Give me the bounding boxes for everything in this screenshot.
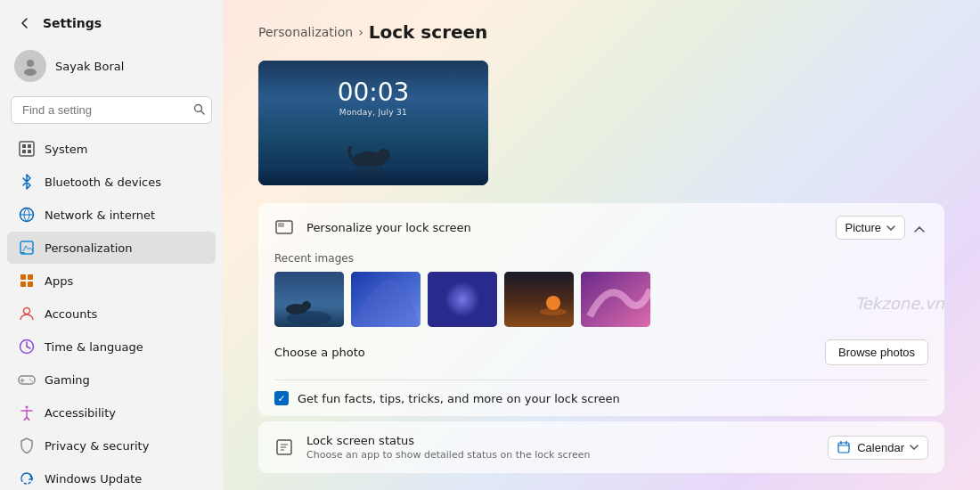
svg-point-24 (29, 379, 31, 380)
svg-rect-5 (22, 144, 26, 148)
sidebar-item-label-apps: Apps (45, 274, 73, 288)
sidebar: Settings Sayak Boral (0, 0, 223, 490)
sidebar-item-label-network: Network & internet (45, 208, 155, 222)
sidebar-item-label-privacy: Privacy & security (45, 439, 149, 453)
personalize-card: Personalize your lock screen Picture Rec… (258, 203, 944, 416)
nav-list: System Bluetooth & devices Network & int… (0, 131, 223, 490)
time-icon (18, 338, 36, 355)
sidebar-item-accounts[interactable]: Accounts (7, 298, 216, 330)
gaming-icon (18, 371, 36, 388)
lock-screen-status-row: Lock screen status Choose an app to show… (258, 421, 944, 473)
lock-screen-status-control: Calendar (828, 436, 928, 460)
svg-rect-35 (278, 223, 284, 227)
sidebar-header: Settings (0, 0, 223, 43)
thumbnail-1[interactable] (274, 272, 344, 327)
sidebar-item-label-accessibility: Accessibility (45, 406, 116, 420)
sidebar-item-network[interactable]: Network & internet (7, 199, 216, 231)
personalization-icon (18, 239, 36, 257)
svg-point-42 (445, 282, 480, 317)
recent-images-row (274, 272, 928, 327)
network-icon (18, 206, 36, 224)
sidebar-item-label-update: Windows Update (45, 472, 142, 486)
calendar-dropdown[interactable]: Calendar (828, 436, 928, 460)
breadcrumb: Personalization › Lock screen (258, 21, 944, 43)
sidebar-item-bluetooth[interactable]: Bluetooth & devices (7, 166, 216, 198)
sidebar-item-accessibility[interactable]: Accessibility (7, 396, 216, 429)
fun-facts-checkbox[interactable]: ✓ (274, 391, 289, 405)
breadcrumb-separator: › (358, 25, 363, 39)
svg-line-3 (201, 110, 205, 114)
svg-point-1 (24, 69, 37, 76)
bluetooth-icon (18, 173, 36, 191)
lockscreen-preview: 00:03 Monday, July 31 (258, 61, 488, 185)
svg-line-20 (27, 347, 30, 348)
personalize-row: Personalize your lock screen Picture (258, 203, 944, 252)
choose-photo-row: Choose a photo Browse photos (274, 339, 928, 365)
svg-rect-51 (838, 443, 849, 453)
breadcrumb-parent[interactable]: Personalization (258, 25, 353, 39)
svg-point-44 (546, 296, 560, 310)
sidebar-item-label-bluetooth: Bluetooth & devices (45, 176, 161, 189)
main-content: Personalization › Lock screen (223, 0, 980, 490)
svg-point-39 (302, 301, 311, 310)
svg-rect-46 (581, 272, 650, 327)
personalize-expanded: Recent images (258, 252, 944, 380)
sidebar-item-label-accounts: Accounts (45, 307, 97, 321)
sidebar-item-label-system: System (45, 143, 87, 156)
svg-point-25 (31, 380, 33, 382)
lock-screen-status-text: Lock screen status Choose an app to show… (306, 434, 815, 461)
svg-point-0 (27, 60, 34, 67)
sidebar-item-label-gaming: Gaming (45, 373, 90, 387)
sidebar-item-personalization[interactable]: Personalization (7, 232, 216, 264)
svg-rect-43 (504, 272, 574, 327)
lock-screen-status-label: Lock screen status (306, 434, 815, 447)
checkbox-label: Get fun facts, tips, tricks, and more on… (298, 392, 620, 405)
system-icon (18, 140, 36, 158)
sidebar-item-privacy[interactable]: Privacy & security (7, 429, 216, 461)
svg-rect-6 (28, 144, 31, 148)
personalize-control: Picture (836, 216, 928, 240)
sidebar-item-gaming[interactable]: Gaming (7, 363, 216, 396)
thumbnail-4[interactable] (504, 272, 574, 327)
thumbnail-5[interactable] (581, 272, 650, 327)
thumbnail-3[interactable] (428, 272, 497, 327)
svg-point-28 (378, 149, 390, 161)
avatar (14, 50, 46, 82)
sidebar-item-time[interactable]: Time & language (7, 331, 216, 363)
username: Sayak Boral (55, 60, 124, 73)
user-profile: Sayak Boral (0, 43, 223, 93)
apps-icon (18, 272, 36, 290)
back-button[interactable] (14, 12, 36, 34)
sidebar-item-update[interactable]: Windows Update (7, 462, 216, 490)
sidebar-item-system[interactable]: System (7, 133, 216, 165)
search-box (11, 96, 212, 124)
svg-rect-7 (22, 150, 26, 153)
recent-images-label: Recent images (274, 252, 928, 265)
thumbnail-2[interactable] (351, 272, 421, 327)
lockscreen-date: Monday, July 31 (338, 108, 410, 117)
svg-rect-14 (28, 274, 33, 280)
privacy-icon (18, 437, 36, 454)
svg-rect-4 (20, 142, 34, 156)
breadcrumb-current: Lock screen (369, 21, 488, 43)
checkbox-checkmark: ✓ (277, 393, 285, 404)
sidebar-item-label-personalization: Personalization (45, 241, 133, 255)
personalize-label: Personalize your lock screen (306, 221, 823, 234)
lockscreen-time: 00:03 (338, 80, 410, 105)
svg-rect-13 (20, 274, 26, 280)
picture-dropdown[interactable]: Picture (836, 216, 905, 240)
sidebar-item-apps[interactable]: Apps (7, 265, 216, 297)
collapse-button[interactable] (911, 217, 928, 239)
lock-screen-status-sublabel: Choose an app to show detailed status on… (306, 449, 815, 461)
checkbox-row: ✓ Get fun facts, tips, tricks, and more … (258, 380, 944, 416)
accounts-icon (18, 305, 36, 323)
svg-rect-15 (20, 282, 26, 287)
lock-screen-status-card: Lock screen status Choose an app to show… (258, 421, 944, 473)
search-input[interactable] (11, 96, 212, 124)
svg-point-45 (540, 308, 567, 315)
calendar-icon (837, 441, 850, 453)
search-icon (193, 103, 205, 118)
sidebar-item-label-time: Time & language (45, 340, 143, 354)
lockscreen-background: 00:03 Monday, July 31 (258, 61, 488, 185)
browse-photos-button[interactable]: Browse photos (825, 339, 928, 365)
